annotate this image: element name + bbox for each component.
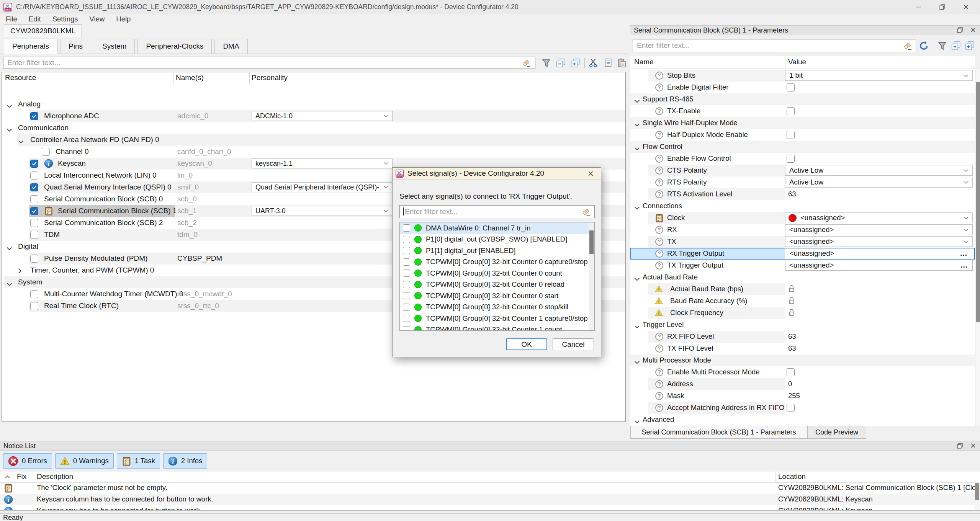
signal-row-p1-0-digital-out-cybsp-swo-enabled[interactable]: P1[0] digital_out (CYBSP_SWO) [ENABLED] — [400, 234, 594, 245]
signal-checkbox[interactable] — [403, 315, 410, 322]
value-dropdown[interactable]: Active Low — [785, 165, 973, 176]
params-scrollbar[interactable] — [975, 69, 980, 426]
value-dropdown[interactable]: <unassigned> — [785, 212, 973, 223]
signal-list-scrollbar[interactable] — [589, 223, 594, 330]
tree-row-channel-0[interactable]: Channel 0canfd_0_chan_0 — [2, 146, 625, 158]
signal-row-p1-1-digital-out-enabled[interactable]: P1[1] digital_out [ENABLED] — [400, 245, 594, 256]
param-row-clock-frequency[interactable]: Clock Frequency — [630, 307, 975, 319]
tab-code-preview[interactable]: Code Preview — [807, 426, 866, 439]
notice-row[interactable]: iKeyscan column has to be connected for … — [0, 494, 980, 505]
resource-checkbox[interactable] — [30, 207, 38, 215]
signal-filter-input[interactable] — [399, 205, 595, 218]
notice-filter-1-task[interactable]: 1 Task — [117, 453, 160, 469]
menu-view[interactable]: View — [84, 15, 111, 23]
param-row-actual-baud-rate-bps[interactable]: Actual Baud Rate (bps) — [630, 283, 975, 295]
chevron-down-icon[interactable] — [634, 204, 640, 208]
chevron-down-icon[interactable] — [7, 280, 12, 284]
tree-row-analog[interactable]: Analog — [2, 98, 625, 110]
param-row-tx-fifo-level[interactable]: ?TX FIFO Level63 — [630, 343, 975, 354]
param-row-clock[interactable]: Clock<unassigned> — [630, 212, 975, 224]
signal-checkbox[interactable] — [403, 224, 410, 232]
value-checkbox[interactable] — [787, 404, 795, 412]
value-checkbox[interactable] — [787, 155, 795, 163]
param-row-half-duplex-mode-enable[interactable]: ?Half-Duplex Mode Enable — [630, 129, 975, 141]
personality-dropdown[interactable]: keyscan-1.1 — [252, 158, 393, 168]
signal-checkbox[interactable] — [403, 247, 410, 254]
resource-checkbox[interactable] — [30, 195, 38, 203]
signal-row-tcpwm-0-group-0-32-bit-counter-1-count[interactable]: TCPWM[0] Group[0] 32-bit Counter 1 count — [400, 324, 594, 331]
tab-dma[interactable]: DMA — [214, 39, 247, 54]
tree-row-controller-area-network-fd-can-fd-0[interactable]: Controller Area Network FD (CAN FD) 0 — [2, 134, 625, 146]
close-panel-icon[interactable] — [970, 27, 976, 33]
resource-checkbox[interactable] — [30, 255, 38, 263]
param-row-multi-processor-mode[interactable]: Multi Processor Mode — [630, 354, 975, 366]
notice-filter-0-errors[interactable]: 0 Errors — [3, 453, 52, 469]
collapse-all-button[interactable] — [555, 57, 567, 69]
value-checkbox[interactable] — [787, 83, 795, 91]
param-row-advanced[interactable]: Advanced — [630, 414, 975, 426]
resource-checkbox[interactable] — [30, 160, 38, 168]
param-row-flow-control[interactable]: Flow Control — [630, 141, 975, 153]
notice-filter-0-warnings[interactable]: 0 Warnings — [55, 453, 114, 469]
resource-checkbox[interactable] — [30, 171, 38, 180]
filter-button[interactable] — [540, 57, 552, 69]
param-row-rts-polarity[interactable]: ?RTS PolarityActive Low — [630, 176, 975, 188]
param-row-trigger-level[interactable]: Trigger Level — [630, 319, 975, 331]
signal-row-tcpwm-0-group-0-32-bit-counter-0-reload[interactable]: TCPWM[0] Group[0] 32-bit Counter 0 reloa… — [400, 279, 594, 291]
close-button[interactable] — [954, 0, 978, 14]
param-row-tx-enable[interactable]: ?TX-Enable — [630, 105, 975, 117]
signal-row-dma-datawire-0-channel-7-tr-in[interactable]: DMA DataWire 0: Channel 7 tr_in — [400, 222, 594, 234]
param-row-rx-fifo-level[interactable]: ?RX FIFO Level63 — [630, 331, 975, 343]
signal-checkbox[interactable] — [403, 269, 410, 277]
value-dropdown[interactable]: <unassigned> — [785, 236, 973, 247]
expand-all-button[interactable] — [569, 57, 581, 69]
param-row-baud-rate-accuracy[interactable]: Baud Rate Accuracy (%) — [630, 295, 975, 307]
signal-checkbox[interactable] — [403, 326, 410, 331]
param-row-tx-trigger-output[interactable]: ?TX Trigger Output<unassigned>... — [630, 260, 975, 271]
browse-button[interactable]: ... — [960, 249, 967, 258]
restore-button[interactable] — [930, 0, 954, 14]
param-row-enable-digital-filter[interactable]: ?Enable Digital Filter — [630, 82, 975, 93]
personality-dropdown[interactable]: UART-3.0 — [252, 206, 393, 216]
chevron-down-icon[interactable] — [634, 121, 640, 125]
params-collapse-all-button[interactable] — [950, 39, 962, 52]
signal-row-tcpwm-0-group-0-32-bit-counter-0-stop-kill[interactable]: TCPWM[0] Group[0] 32-bit Counter 0 stop/… — [400, 302, 594, 313]
resource-filter-input[interactable] — [3, 57, 535, 69]
eraser-icon[interactable] — [903, 41, 912, 51]
chevron-down-icon[interactable] — [634, 275, 640, 279]
signal-checkbox[interactable] — [403, 281, 410, 288]
scrollbar-thumb[interactable] — [975, 483, 979, 500]
resource-checkbox[interactable] — [30, 183, 38, 191]
personality-dropdown[interactable]: Quad Serial Peripheral Interface (QSPI)-… — [252, 182, 393, 192]
cancel-button[interactable]: Cancel — [553, 338, 594, 350]
param-row-mask[interactable]: ?Mask255 — [630, 390, 975, 402]
param-row-single-wire-half-duplex-mode[interactable]: Single Wire Half-Duplex Mode — [630, 117, 975, 129]
sort-ascending-icon[interactable] — [5, 475, 10, 479]
eraser-icon[interactable] — [522, 59, 531, 68]
param-row-tx[interactable]: ?TX<unassigned> — [630, 236, 975, 248]
signal-row-tcpwm-0-group-0-32-bit-counter-1-capture0-stop[interactable]: TCPWM[0] Group[0] 32-bit Counter 1 captu… — [400, 313, 594, 324]
dialog-close-icon[interactable] — [587, 170, 594, 177]
ok-button[interactable]: OK — [506, 338, 547, 350]
param-row-support-rs-485[interactable]: Support RS-485 — [630, 93, 975, 105]
notice-row[interactable]: The 'Clock' parameter must not be empty.… — [0, 482, 980, 494]
signal-row-tcpwm-0-group-0-32-bit-counter-0-count[interactable]: TCPWM[0] Group[0] 32-bit Counter 0 count — [400, 268, 594, 279]
param-row-enable-flow-control[interactable]: ?Enable Flow Control — [630, 153, 975, 165]
scrollbar-thumb[interactable] — [589, 230, 594, 254]
cut-button[interactable] — [587, 57, 600, 69]
param-row-accept-matching-address-in-rx-fifo[interactable]: ?Accept Matching Address in RX FIFO — [630, 402, 975, 414]
signal-checkbox[interactable] — [403, 236, 410, 243]
value-checkbox[interactable] — [787, 368, 795, 376]
scrollbar-thumb[interactable] — [976, 82, 980, 322]
param-row-address[interactable]: ?Address0 — [630, 378, 975, 390]
resource-checkbox[interactable] — [30, 290, 38, 298]
signal-checkbox[interactable] — [403, 304, 410, 311]
resource-checkbox[interactable] — [30, 302, 38, 310]
chevron-down-icon[interactable] — [7, 244, 12, 248]
personality-dropdown[interactable]: ADCMic-1.0 — [252, 111, 393, 121]
params-expand-all-button[interactable] — [964, 39, 976, 52]
param-row-rx[interactable]: ?RX<unassigned> — [630, 224, 975, 236]
value-checkbox[interactable] — [787, 107, 795, 115]
chevron-down-icon[interactable] — [634, 97, 640, 101]
param-row-cts-polarity[interactable]: ?CTS PolarityActive Low — [630, 165, 975, 176]
